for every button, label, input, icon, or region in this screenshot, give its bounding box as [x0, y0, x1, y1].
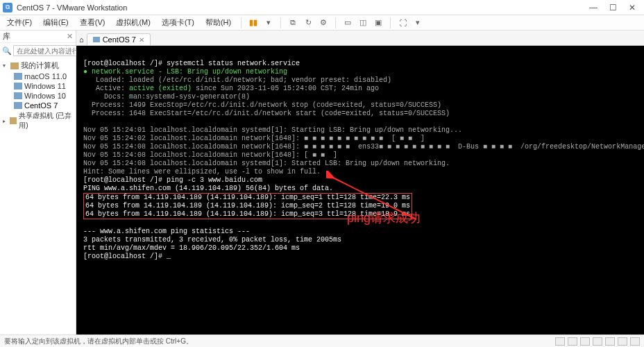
vm-icon [93, 37, 100, 42]
vm-icon [14, 73, 22, 80]
tree-item-centos7[interactable]: CentOS 7 [1, 101, 74, 110]
tree-shared-vms[interactable]: ▸ 共享虚拟机 (已弃用) [1, 110, 74, 131]
annotation-text: ping请求成功 [347, 214, 421, 222]
pause-icon[interactable]: ▮▮ [247, 17, 260, 29]
minimize-button[interactable]: — [584, 1, 602, 14]
maximize-button[interactable]: ☐ [604, 1, 622, 14]
tab-close-icon[interactable]: ✕ [139, 36, 144, 44]
tree-item-win10[interactable]: Windows 10 [1, 91, 74, 101]
tree-label: macOS 11.0 [24, 72, 67, 81]
vm-tree: ▾ 我的计算机 macOS 11.0 Windows 11 Windows 10… [0, 58, 76, 133]
expand-icon[interactable]: ▸ [3, 118, 8, 124]
status-device-icon[interactable] [630, 337, 640, 346]
tree-item-macos[interactable]: macOS 11.0 [1, 71, 74, 81]
menubar: 文件(F) 编辑(E) 查看(V) 虚拟机(M) 选项卡(T) 帮助(H) ▮▮… [0, 15, 644, 31]
vm-icon [14, 102, 22, 109]
fullscreen-icon[interactable]: ⛶ [396, 17, 409, 29]
terminal-view[interactable]: [root@localhost /]# systemctl status net… [76, 46, 644, 335]
status-text: 要将输入定向到该虚拟机，请在虚拟机内部单击或按 Ctrl+G。 [4, 337, 193, 346]
status-device-icon[interactable] [555, 337, 565, 346]
separator [280, 17, 281, 28]
vm-icon [14, 92, 22, 99]
status-bar: 要将输入定向到该虚拟机，请在虚拟机内部单击或按 Ctrl+G。 [0, 335, 644, 347]
separator [241, 17, 242, 28]
menu-view[interactable]: 查看(V) [76, 16, 110, 29]
home-icon[interactable]: ⌂ [79, 35, 84, 44]
settings-icon[interactable]: ⚙ [317, 17, 330, 29]
tree-root-mycomputer[interactable]: ▾ 我的计算机 [1, 60, 74, 71]
main-area: ⌂ CentOS 7 ✕ [root@localhost /]# systemc… [76, 31, 644, 335]
status-device-icon[interactable] [605, 337, 615, 346]
tree-item-win11[interactable]: Windows 11 [1, 81, 74, 91]
tab-bar: ⌂ CentOS 7 ✕ [76, 31, 644, 46]
sidebar: 库 ✕ 🔍 ▾ ▾ 我的计算机 macOS 11.0 Windows 11 [0, 31, 76, 335]
menu-edit[interactable]: 编辑(E) [39, 16, 73, 29]
unity-icon[interactable]: ▾ [412, 17, 424, 29]
close-button[interactable]: ✕ [623, 1, 641, 14]
folder-icon [10, 62, 19, 69]
menu-help[interactable]: 帮助(H) [201, 16, 235, 29]
sidebar-title: 库 [3, 31, 10, 42]
menu-file[interactable]: 文件(F) [3, 16, 36, 29]
app-icon: ⧉ [3, 3, 12, 12]
sidebar-header: 库 ✕ [0, 31, 76, 43]
snapshot-icon[interactable]: ⧉ [287, 17, 299, 29]
status-device-icon[interactable] [580, 337, 590, 346]
separator [335, 17, 336, 28]
refresh-icon[interactable]: ↻ [302, 17, 314, 29]
expand-icon[interactable]: ▾ [3, 62, 8, 69]
menu-vm[interactable]: 虚拟机(M) [112, 16, 155, 29]
layout2-icon[interactable]: ◫ [357, 17, 369, 29]
tab-centos7[interactable]: CentOS 7 ✕ [87, 33, 151, 45]
window-controls: — ☐ ✕ [584, 1, 641, 14]
sidebar-search: 🔍 ▾ [0, 43, 76, 58]
status-device-icon[interactable] [568, 337, 577, 346]
tab-label: CentOS 7 [103, 35, 136, 44]
separator [390, 17, 391, 28]
status-device-icon[interactable] [618, 337, 627, 346]
tree-label: Windows 10 [24, 92, 66, 100]
tree-label: CentOS 7 [24, 101, 58, 110]
window-title: CentOS 7 - VMware Workstation [17, 3, 584, 12]
sidebar-close-icon[interactable]: ✕ [67, 32, 73, 41]
dropdown-icon[interactable]: ▾ [262, 17, 275, 29]
tree-label: Windows 11 [24, 82, 66, 90]
tree-label: 共享虚拟机 (已弃用) [19, 111, 73, 130]
window-titlebar: ⧉ CentOS 7 - VMware Workstation — ☐ ✕ [0, 0, 644, 15]
status-device-icon[interactable] [593, 337, 602, 346]
folder-icon [10, 117, 17, 124]
tree-label: 我的计算机 [21, 60, 59, 71]
layout1-icon[interactable]: ▭ [341, 17, 354, 29]
menu-tabs[interactable]: 选项卡(T) [158, 16, 198, 29]
search-icon: 🔍 [2, 46, 12, 56]
vm-icon [14, 83, 22, 90]
layout3-icon[interactable]: ▣ [372, 17, 384, 29]
status-icons [555, 337, 640, 346]
